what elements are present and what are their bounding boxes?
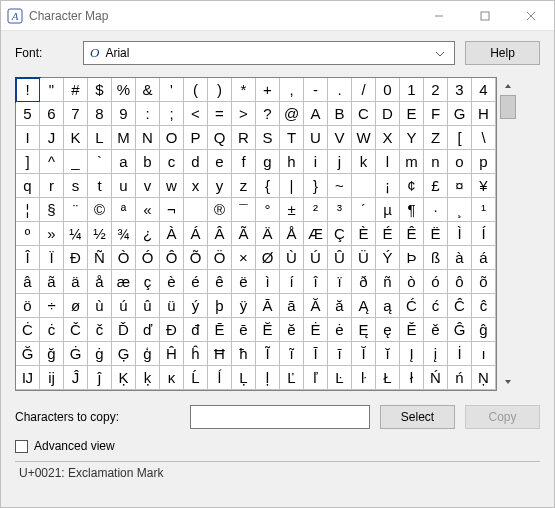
char-cell[interactable]: « <box>136 198 160 222</box>
char-cell[interactable]: ½ <box>88 222 112 246</box>
char-cell[interactable]: & <box>136 78 160 102</box>
char-cell[interactable]: D <box>376 102 400 126</box>
char-cell[interactable]: E <box>400 102 424 126</box>
char-cell[interactable]: O <box>160 126 184 150</box>
char-cell[interactable]: ĕ <box>280 318 304 342</box>
char-cell[interactable]: d <box>184 150 208 174</box>
char-cell[interactable]: ù <box>88 294 112 318</box>
char-cell[interactable]: Ċ <box>16 318 40 342</box>
char-cell[interactable]: ¶ <box>400 198 424 222</box>
char-cell[interactable]: ñ <box>376 270 400 294</box>
char-cell[interactable]: þ <box>208 294 232 318</box>
char-cell[interactable]: \ <box>472 126 496 150</box>
char-cell[interactable]: t <box>88 174 112 198</box>
char-cell[interactable]: Å <box>280 222 304 246</box>
char-cell[interactable]: Ľ <box>280 366 304 390</box>
char-cell[interactable]: f <box>232 150 256 174</box>
char-cell[interactable]: ; <box>160 102 184 126</box>
char-cell[interactable]: ¨ <box>64 198 88 222</box>
char-cell[interactable]: G <box>448 102 472 126</box>
char-cell[interactable]: ö <box>16 294 40 318</box>
char-cell[interactable]: ª <box>112 198 136 222</box>
char-cell[interactable]: ē <box>232 318 256 342</box>
char-cell[interactable]: ā <box>280 294 304 318</box>
char-cell[interactable]: ħ <box>232 342 256 366</box>
char-cell[interactable]: c <box>160 150 184 174</box>
char-cell[interactable]: e <box>208 150 232 174</box>
char-cell[interactable]: Ò <box>112 246 136 270</box>
char-cell[interactable]: N <box>136 126 160 150</box>
char-cell[interactable]: ! <box>16 78 40 102</box>
char-cell[interactable]: 9 <box>112 102 136 126</box>
char-cell[interactable]: Y <box>400 126 424 150</box>
char-cell[interactable]: ) <box>208 78 232 102</box>
char-cell[interactable]: Ė <box>304 318 328 342</box>
char-cell[interactable]: ç <box>136 270 160 294</box>
char-cell[interactable]: ¢ <box>400 174 424 198</box>
scroll-up-icon[interactable] <box>499 77 517 95</box>
chars-to-copy-input[interactable] <box>190 405 370 429</box>
char-cell[interactable]: Ć <box>400 294 424 318</box>
char-cell[interactable]: { <box>256 174 280 198</box>
char-cell[interactable]: Ņ <box>472 366 496 390</box>
char-cell[interactable]: x <box>184 174 208 198</box>
char-cell[interactable]: Ä <box>256 222 280 246</box>
char-cell[interactable]: ¹ <box>472 198 496 222</box>
char-cell[interactable]: Õ <box>184 246 208 270</box>
char-cell[interactable]: @ <box>280 102 304 126</box>
char-cell[interactable]: Ï <box>40 246 64 270</box>
char-cell[interactable]: ­ <box>184 198 208 222</box>
char-cell[interactable]: ¤ <box>448 174 472 198</box>
char-cell[interactable]: ļ <box>256 366 280 390</box>
char-cell[interactable]: ~ <box>328 174 352 198</box>
char-cell[interactable]: à <box>448 246 472 270</box>
char-cell[interactable]: Ó <box>136 246 160 270</box>
char-cell[interactable]: F <box>424 102 448 126</box>
char-cell[interactable]: Ĕ <box>256 318 280 342</box>
char-cell[interactable]: Ô <box>160 246 184 270</box>
char-cell[interactable]: ] <box>16 150 40 174</box>
char-cell[interactable]: 5 <box>16 102 40 126</box>
char-cell[interactable]: ĳ <box>40 366 64 390</box>
char-cell[interactable]: Ç <box>328 222 352 246</box>
char-cell[interactable]: ß <box>424 246 448 270</box>
char-cell[interactable]: ģ <box>136 342 160 366</box>
char-cell[interactable]: 1 <box>400 78 424 102</box>
char-cell[interactable]: Ā <box>256 294 280 318</box>
char-cell[interactable]: ( <box>184 78 208 102</box>
char-cell[interactable]: R <box>232 126 256 150</box>
char-cell[interactable]: ô <box>448 270 472 294</box>
char-cell[interactable]: ą <box>376 294 400 318</box>
char-cell[interactable]: z <box>232 174 256 198</box>
char-cell[interactable]: ¥ <box>472 174 496 198</box>
char-cell[interactable]: ` <box>88 150 112 174</box>
char-cell[interactable]: + <box>256 78 280 102</box>
char-cell[interactable]: Ĵ <box>64 366 88 390</box>
char-cell[interactable]: ã <box>40 270 64 294</box>
char-cell[interactable]: Í <box>472 222 496 246</box>
char-cell[interactable]: » <box>40 222 64 246</box>
char-cell[interactable]: ÷ <box>40 294 64 318</box>
maximize-button[interactable] <box>462 1 508 31</box>
char-cell[interactable]: Ģ <box>112 342 136 366</box>
char-cell[interactable]: À <box>160 222 184 246</box>
scroll-track[interactable] <box>499 95 517 373</box>
char-cell[interactable]: Ö <box>208 246 232 270</box>
char-cell[interactable]: © <box>88 198 112 222</box>
char-cell[interactable]: : <box>136 102 160 126</box>
char-cell[interactable]: = <box>208 102 232 126</box>
char-cell[interactable]: ĸ <box>160 366 184 390</box>
char-cell[interactable]: Ĺ <box>184 366 208 390</box>
char-cell[interactable]: Ĉ <box>448 294 472 318</box>
char-cell[interactable]: ú <box>112 294 136 318</box>
char-cell[interactable]: ĥ <box>184 342 208 366</box>
char-cell[interactable]: ķ <box>136 366 160 390</box>
char-cell[interactable]: å <box>88 270 112 294</box>
char-cell[interactable]: Į <box>400 342 424 366</box>
char-cell[interactable]: § <box>40 198 64 222</box>
char-cell[interactable]: ĉ <box>472 294 496 318</box>
char-cell[interactable]: j <box>328 150 352 174</box>
char-cell[interactable]: r <box>40 174 64 198</box>
char-cell[interactable]: ė <box>328 318 352 342</box>
char-cell[interactable]: Č <box>64 318 88 342</box>
